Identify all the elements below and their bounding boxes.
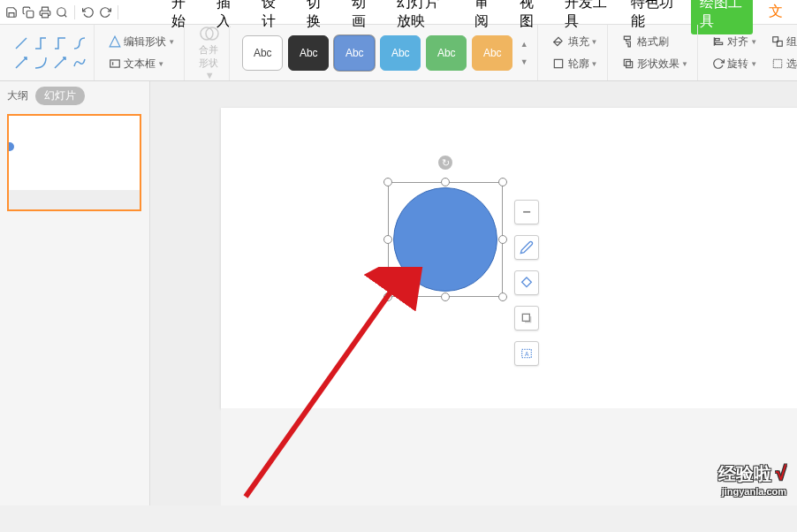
group-button[interactable]: 组合▼	[768, 33, 797, 51]
svg-rect-10	[624, 59, 630, 65]
preset-orange[interactable]: Abc	[472, 35, 512, 71]
float-text-button[interactable]: A	[514, 341, 539, 366]
preview-icon[interactable]	[54, 3, 69, 22]
ribbon-content: 编辑形状▼ 文本框▼ 合并形状▼ Abc Abc Abc Abc Abc Abc…	[0, 25, 797, 81]
merge-label: 合并形状	[199, 43, 220, 70]
handle-w[interactable]	[383, 235, 392, 244]
side-tab-slides[interactable]: 幻灯片	[35, 87, 85, 105]
watermark-check-icon: √	[776, 462, 786, 484]
fill-group: 填充▼ 轮廓▼	[543, 25, 607, 80]
float-collapse-button[interactable]: −	[514, 200, 539, 224]
preset-group: Abc Abc Abc Abc Abc Abc ▲▼	[235, 25, 538, 80]
slide[interactable]: ↻ − A	[221, 108, 797, 408]
connector-icon-8[interactable]	[71, 54, 88, 72]
svg-point-2	[57, 7, 65, 15]
preset-more[interactable]: ▲▼	[518, 35, 530, 71]
svg-rect-11	[626, 62, 632, 68]
textbox-label: 文本框	[124, 57, 156, 72]
connector-group	[7, 25, 95, 80]
svg-line-3	[65, 14, 67, 17]
connector-icon-3[interactable]	[51, 34, 69, 52]
copy-icon[interactable]	[20, 3, 35, 22]
merge-shapes-button[interactable]: 合并形状▼	[195, 23, 224, 82]
outline-button[interactable]: 轮廓▼	[549, 55, 601, 73]
svg-rect-19	[522, 314, 529, 321]
circle-shape[interactable]	[393, 187, 497, 292]
format-group: 格式刷 形状效果▼	[613, 25, 698, 80]
fill-button[interactable]: 填充▼	[549, 33, 601, 51]
select-label: 选择	[786, 57, 797, 72]
svg-rect-17	[773, 59, 781, 67]
side-tab-outline[interactable]: 大纲	[7, 88, 28, 103]
quick-access-bar: 开始 插入 设计 切换 动画 幻灯片放映 审阅 视图 开发工具 特色功能 绘图工…	[0, 0, 797, 25]
rotate-button[interactable]: 旋转▼	[709, 55, 761, 73]
group-label: 组合	[786, 34, 797, 49]
connector-icon-2[interactable]	[32, 34, 49, 52]
svg-text:A: A	[525, 351, 529, 357]
format-painter-button[interactable]: 格式刷	[619, 33, 692, 51]
handle-ne[interactable]	[498, 178, 507, 186]
svg-rect-0	[27, 11, 34, 18]
merge-group: 合并形状▼	[190, 25, 230, 80]
svg-rect-1	[42, 13, 48, 18]
preset-green[interactable]: Abc	[426, 35, 467, 71]
rotate-label: 旋转	[727, 57, 748, 72]
handle-nw[interactable]	[383, 178, 392, 186]
select-button[interactable]: 选择	[768, 55, 797, 73]
format-painter-label: 格式刷	[637, 34, 669, 49]
main-area: 大纲 幻灯片 ↻ −	[0, 81, 797, 505]
edit-shape-label: 编辑形状	[124, 34, 166, 49]
undo-icon[interactable]	[80, 3, 95, 22]
connector-icon-7[interactable]	[51, 54, 69, 72]
preset-black[interactable]: Abc	[288, 35, 329, 71]
canvas[interactable]: ↻ − A	[150, 81, 797, 505]
print-icon[interactable]	[37, 3, 52, 22]
float-fill-button[interactable]	[514, 270, 539, 295]
float-shadow-button[interactable]	[514, 306, 539, 331]
thumb-footer	[9, 190, 140, 209]
float-pen-button[interactable]	[514, 235, 539, 260]
edit-group: 编辑形状▼ 文本框▼	[100, 25, 185, 80]
svg-rect-13	[715, 39, 719, 41]
watermark-brand: 经验啦	[718, 464, 771, 483]
handle-se[interactable]	[498, 293, 507, 301]
side-panel: 大纲 幻灯片	[0, 81, 150, 505]
svg-marker-18	[522, 277, 532, 287]
textbox-button[interactable]: 文本框▼	[105, 55, 178, 73]
connector-icon-4[interactable]	[71, 34, 88, 52]
rotation-handle[interactable]: ↻	[438, 156, 452, 170]
thumb-shape-icon	[9, 142, 14, 151]
handle-s[interactable]	[441, 293, 450, 301]
arrange-group: 对齐▼ 组合▼ 旋转▼ 选择	[703, 25, 797, 80]
preset-cyan[interactable]: Abc	[380, 35, 421, 71]
align-button[interactable]: 对齐▼	[709, 33, 761, 51]
tab-more[interactable]: 文	[758, 0, 793, 27]
float-tools: − A	[514, 200, 539, 366]
slide-thumbnail-1[interactable]	[7, 114, 141, 211]
preset-blue[interactable]: Abc	[334, 35, 375, 71]
svg-marker-4	[110, 36, 120, 47]
handle-e[interactable]	[498, 235, 507, 244]
selected-shape[interactable]: ↻	[393, 187, 497, 292]
outline-label: 轮廓	[568, 57, 589, 72]
slide-notes-area[interactable]	[221, 408, 797, 505]
connector-icon-5[interactable]	[12, 54, 30, 72]
redo-icon[interactable]	[97, 3, 112, 22]
align-label: 对齐	[727, 34, 748, 49]
handle-sw[interactable]	[383, 293, 392, 301]
connector-icon-6[interactable]	[32, 54, 49, 72]
shape-effects-button[interactable]: 形状效果▼	[619, 55, 692, 73]
connector-icon-1[interactable]	[12, 34, 30, 52]
svg-rect-5	[110, 60, 120, 67]
handle-n[interactable]	[441, 178, 450, 186]
fill-label: 填充	[568, 34, 589, 49]
effects-label: 形状效果	[637, 57, 679, 72]
save-icon[interactable]	[4, 3, 19, 22]
preset-white[interactable]: Abc	[242, 35, 283, 71]
svg-rect-14	[715, 42, 722, 44]
edit-shape-button[interactable]: 编辑形状▼	[105, 33, 178, 51]
watermark: 经验啦 √ jingyanla.com	[718, 462, 786, 497]
watermark-url: jingyanla.com	[718, 486, 786, 497]
svg-rect-9	[555, 59, 563, 67]
